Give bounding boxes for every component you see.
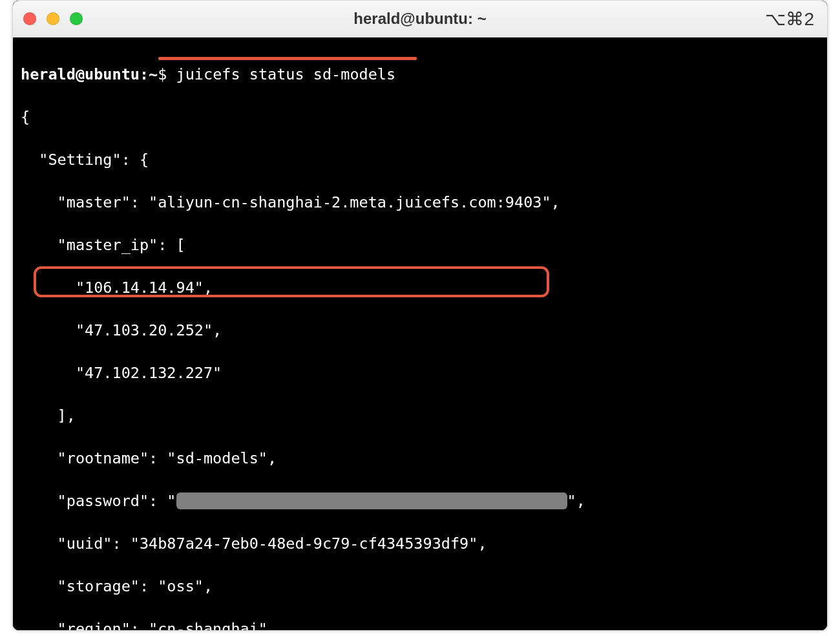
out-region: "region": "cn-shanghai", [21, 619, 817, 631]
out-ip1: "106.14.14.94", [21, 277, 817, 299]
titlebar: herald@ubuntu: ~ ⌥⌘2 [13, 1, 827, 37]
out-open-brace: { [21, 107, 817, 128]
maximize-icon[interactable] [70, 12, 83, 25]
out-password: "password": "", [21, 491, 817, 512]
out-ip2: "47.103.20.252", [21, 320, 817, 341]
prompt-user: herald@ubuntu [21, 65, 140, 83]
out-uuid: "uuid": "34b87a24-7eb0-48ed-9c79-cf43453… [21, 533, 817, 555]
window-controls [23, 12, 83, 25]
out-ip3: "47.102.132.227" [21, 363, 817, 384]
window-shortcut: ⌥⌘2 [765, 8, 814, 30]
prompt-sep: : [140, 65, 149, 83]
window-title: herald@ubuntu: ~ [13, 10, 827, 28]
out-master-ip-close: ], [21, 405, 817, 427]
terminal-window: herald@ubuntu: ~ ⌥⌘2 herald@ubuntu:~$ ju… [12, 0, 828, 631]
out-master-ip-open: "master_ip": [ [21, 235, 817, 256]
out-storage: "storage": "oss", [21, 576, 817, 597]
minimize-icon[interactable] [47, 12, 59, 25]
prompt-path: ~ [149, 65, 158, 83]
out-setting-open: "Setting": { [21, 149, 817, 171]
annotation-underline [158, 57, 417, 60]
redacted-password [176, 493, 567, 509]
terminal-body[interactable]: herald@ubuntu:~$ juicefs status sd-model… [13, 37, 827, 630]
out-master: "master": "aliyun-cn-shanghai-2.meta.jui… [21, 192, 817, 213]
close-icon[interactable] [23, 12, 36, 25]
command-text: juicefs status sd-models [176, 65, 396, 83]
prompt-line: herald@ubuntu:~$ juicefs status sd-model… [21, 64, 817, 85]
out-rootname: "rootname": "sd-models", [21, 448, 817, 469]
prompt-symbol: $ [158, 65, 167, 83]
